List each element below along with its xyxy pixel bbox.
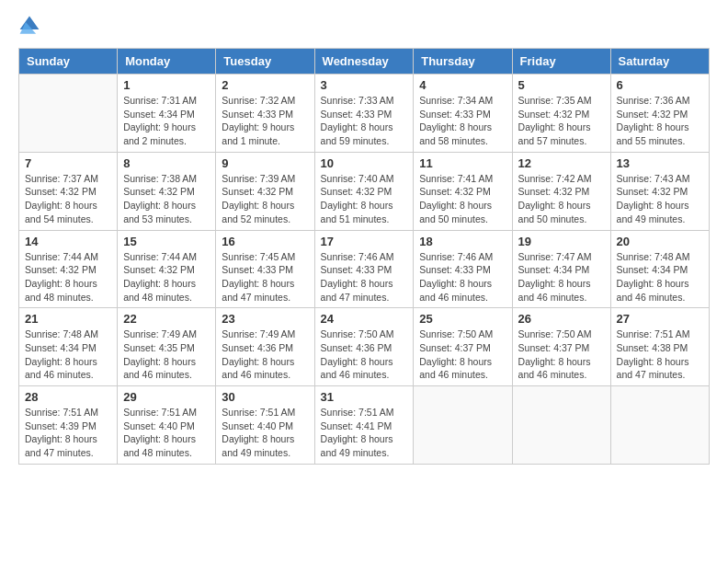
day-info: Sunrise: 7:51 AMSunset: 4:41 PMDaylight:… bbox=[321, 406, 408, 460]
day-info: Sunrise: 7:33 AMSunset: 4:33 PMDaylight:… bbox=[321, 94, 408, 148]
day-number: 6 bbox=[617, 78, 703, 92]
calendar-cell bbox=[414, 386, 512, 465]
day-info: Sunrise: 7:37 AMSunset: 4:32 PMDaylight:… bbox=[25, 172, 111, 226]
calendar-header-row: SundayMondayTuesdayWednesdayThursdayFrid… bbox=[19, 49, 710, 75]
day-info: Sunrise: 7:38 AMSunset: 4:32 PMDaylight:… bbox=[123, 172, 210, 226]
calendar-cell: 15Sunrise: 7:44 AMSunset: 4:32 PMDayligh… bbox=[118, 230, 216, 308]
calendar-cell: 31Sunrise: 7:51 AMSunset: 4:41 PMDayligh… bbox=[314, 386, 414, 465]
calendar-cell: 21Sunrise: 7:48 AMSunset: 4:34 PMDayligh… bbox=[19, 308, 118, 386]
calendar-week-row: 28Sunrise: 7:51 AMSunset: 4:39 PMDayligh… bbox=[19, 386, 710, 465]
weekday-header: Tuesday bbox=[216, 49, 314, 75]
day-info: Sunrise: 7:31 AMSunset: 4:34 PMDaylight:… bbox=[123, 94, 210, 148]
calendar-cell: 3Sunrise: 7:33 AMSunset: 4:33 PMDaylight… bbox=[314, 75, 414, 153]
day-number: 12 bbox=[518, 156, 605, 170]
day-number: 22 bbox=[123, 312, 210, 326]
day-number: 31 bbox=[321, 390, 408, 404]
day-number: 28 bbox=[25, 390, 111, 404]
calendar-cell: 18Sunrise: 7:46 AMSunset: 4:33 PMDayligh… bbox=[414, 230, 512, 308]
calendar-cell: 29Sunrise: 7:51 AMSunset: 4:40 PMDayligh… bbox=[118, 386, 216, 465]
calendar-cell: 9Sunrise: 7:39 AMSunset: 4:32 PMDaylight… bbox=[216, 152, 314, 230]
day-info: Sunrise: 7:46 AMSunset: 4:33 PMDaylight:… bbox=[419, 250, 506, 304]
day-info: Sunrise: 7:48 AMSunset: 4:34 PMDaylight:… bbox=[25, 327, 111, 382]
day-number: 27 bbox=[617, 312, 703, 326]
day-number: 1 bbox=[123, 78, 210, 92]
day-info: Sunrise: 7:43 AMSunset: 4:32 PMDaylight:… bbox=[617, 172, 703, 226]
day-info: Sunrise: 7:49 AMSunset: 4:35 PMDaylight:… bbox=[123, 327, 210, 382]
calendar-cell: 13Sunrise: 7:43 AMSunset: 4:32 PMDayligh… bbox=[610, 152, 709, 230]
day-number: 19 bbox=[518, 235, 605, 248]
day-number: 24 bbox=[321, 312, 408, 326]
calendar-cell: 17Sunrise: 7:46 AMSunset: 4:33 PMDayligh… bbox=[314, 230, 414, 308]
day-info: Sunrise: 7:41 AMSunset: 4:32 PMDaylight:… bbox=[419, 172, 506, 226]
day-number: 13 bbox=[617, 156, 703, 170]
day-info: Sunrise: 7:44 AMSunset: 4:32 PMDaylight:… bbox=[123, 250, 210, 304]
day-number: 23 bbox=[222, 312, 308, 326]
day-info: Sunrise: 7:50 AMSunset: 4:37 PMDaylight:… bbox=[518, 327, 605, 382]
calendar-cell: 14Sunrise: 7:44 AMSunset: 4:32 PMDayligh… bbox=[19, 230, 118, 308]
calendar-cell: 6Sunrise: 7:36 AMSunset: 4:32 PMDaylight… bbox=[610, 75, 709, 153]
calendar-cell: 26Sunrise: 7:50 AMSunset: 4:37 PMDayligh… bbox=[512, 308, 610, 386]
calendar-week-row: 7Sunrise: 7:37 AMSunset: 4:32 PMDaylight… bbox=[19, 152, 710, 230]
calendar-cell: 19Sunrise: 7:47 AMSunset: 4:34 PMDayligh… bbox=[512, 230, 610, 308]
day-number: 17 bbox=[321, 235, 408, 248]
weekday-header: Thursday bbox=[414, 49, 512, 75]
calendar-cell: 30Sunrise: 7:51 AMSunset: 4:40 PMDayligh… bbox=[216, 386, 314, 465]
calendar-week-row: 21Sunrise: 7:48 AMSunset: 4:34 PMDayligh… bbox=[19, 308, 710, 386]
calendar-cell: 25Sunrise: 7:50 AMSunset: 4:37 PMDayligh… bbox=[414, 308, 512, 386]
day-info: Sunrise: 7:36 AMSunset: 4:32 PMDaylight:… bbox=[617, 94, 703, 148]
calendar-cell: 7Sunrise: 7:37 AMSunset: 4:32 PMDaylight… bbox=[19, 152, 118, 230]
day-number: 15 bbox=[123, 235, 210, 248]
day-number: 20 bbox=[617, 235, 703, 248]
day-info: Sunrise: 7:46 AMSunset: 4:33 PMDaylight:… bbox=[321, 250, 408, 304]
day-info: Sunrise: 7:32 AMSunset: 4:33 PMDaylight:… bbox=[222, 94, 308, 148]
calendar-table: SundayMondayTuesdayWednesdayThursdayFrid… bbox=[18, 48, 710, 465]
day-info: Sunrise: 7:51 AMSunset: 4:40 PMDaylight:… bbox=[123, 406, 210, 460]
calendar-cell: 10Sunrise: 7:40 AMSunset: 4:32 PMDayligh… bbox=[314, 152, 414, 230]
day-number: 3 bbox=[321, 78, 408, 92]
calendar-cell: 23Sunrise: 7:49 AMSunset: 4:36 PMDayligh… bbox=[216, 308, 314, 386]
day-number: 4 bbox=[419, 78, 506, 92]
calendar-cell: 22Sunrise: 7:49 AMSunset: 4:35 PMDayligh… bbox=[118, 308, 216, 386]
day-info: Sunrise: 7:48 AMSunset: 4:34 PMDaylight:… bbox=[617, 250, 703, 304]
calendar-cell: 27Sunrise: 7:51 AMSunset: 4:38 PMDayligh… bbox=[610, 308, 709, 386]
day-number: 26 bbox=[518, 312, 605, 326]
day-info: Sunrise: 7:34 AMSunset: 4:33 PMDaylight:… bbox=[419, 94, 506, 148]
calendar-week-row: 1Sunrise: 7:31 AMSunset: 4:34 PMDaylight… bbox=[19, 75, 710, 153]
calendar-cell: 2Sunrise: 7:32 AMSunset: 4:33 PMDaylight… bbox=[216, 75, 314, 153]
weekday-header: Monday bbox=[118, 49, 216, 75]
calendar-cell: 12Sunrise: 7:42 AMSunset: 4:32 PMDayligh… bbox=[512, 152, 610, 230]
day-number: 18 bbox=[419, 235, 506, 248]
day-info: Sunrise: 7:51 AMSunset: 4:39 PMDaylight:… bbox=[25, 406, 111, 460]
day-number: 25 bbox=[419, 312, 506, 326]
calendar-cell: 5Sunrise: 7:35 AMSunset: 4:32 PMDaylight… bbox=[512, 75, 610, 153]
day-info: Sunrise: 7:39 AMSunset: 4:32 PMDaylight:… bbox=[222, 172, 308, 226]
day-info: Sunrise: 7:42 AMSunset: 4:32 PMDaylight:… bbox=[518, 172, 605, 226]
day-number: 10 bbox=[321, 156, 408, 170]
day-info: Sunrise: 7:40 AMSunset: 4:32 PMDaylight:… bbox=[321, 172, 408, 226]
day-number: 9 bbox=[222, 156, 308, 170]
day-number: 7 bbox=[25, 156, 111, 170]
day-number: 29 bbox=[123, 390, 210, 404]
calendar-cell: 8Sunrise: 7:38 AMSunset: 4:32 PMDaylight… bbox=[118, 152, 216, 230]
calendar-cell: 11Sunrise: 7:41 AMSunset: 4:32 PMDayligh… bbox=[414, 152, 512, 230]
day-info: Sunrise: 7:35 AMSunset: 4:32 PMDaylight:… bbox=[518, 94, 605, 148]
calendar-cell: 16Sunrise: 7:45 AMSunset: 4:33 PMDayligh… bbox=[216, 230, 314, 308]
day-number: 8 bbox=[123, 156, 210, 170]
logo-icon bbox=[18, 15, 40, 37]
day-number: 2 bbox=[222, 78, 308, 92]
day-info: Sunrise: 7:50 AMSunset: 4:36 PMDaylight:… bbox=[321, 327, 408, 382]
day-info: Sunrise: 7:47 AMSunset: 4:34 PMDaylight:… bbox=[518, 250, 605, 304]
weekday-header: Sunday bbox=[19, 49, 118, 75]
calendar-cell bbox=[19, 75, 118, 153]
calendar-cell: 28Sunrise: 7:51 AMSunset: 4:39 PMDayligh… bbox=[19, 386, 118, 465]
day-number: 5 bbox=[518, 78, 605, 92]
day-info: Sunrise: 7:45 AMSunset: 4:33 PMDaylight:… bbox=[222, 250, 308, 304]
day-number: 21 bbox=[25, 312, 111, 326]
weekday-header: Wednesday bbox=[314, 49, 414, 75]
day-number: 14 bbox=[25, 235, 111, 248]
weekday-header: Friday bbox=[512, 49, 610, 75]
calendar-cell bbox=[512, 386, 610, 465]
calendar-cell: 24Sunrise: 7:50 AMSunset: 4:36 PMDayligh… bbox=[314, 308, 414, 386]
day-info: Sunrise: 7:51 AMSunset: 4:40 PMDaylight:… bbox=[222, 406, 308, 460]
day-number: 30 bbox=[222, 390, 308, 404]
